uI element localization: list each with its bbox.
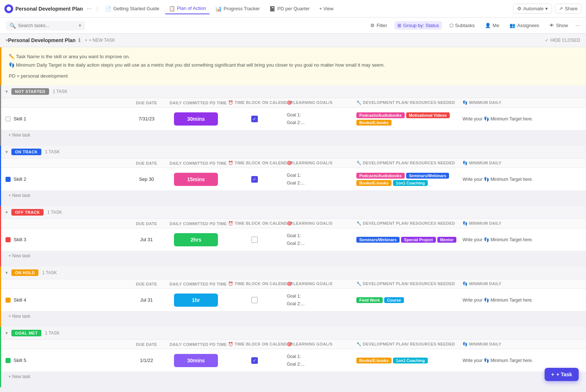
search-input[interactable] [18,23,77,28]
task-name-label[interactable]: Skill 5 [14,358,26,363]
automate-btn[interactable]: ⚙ Automate ▾ [513,4,552,14]
show-btn[interactable]: 👁 Show [546,21,571,30]
groups-container: ▾ NOT STARTED 1 TASK DUE DATE DAILY COMM… [0,85,586,387]
project-menu-dots[interactable]: ··· [85,5,93,12]
task-name-cell: Skill 3 [5,237,126,242]
resources-cell: Books/E-books1on1 Coaching [353,358,460,363]
share-btn[interactable]: ↗ Share [555,4,582,14]
task-row: Skill 2 Sep 30 15mins Goal 1: Goal 2:...… [1,168,586,191]
calendar-checkbox[interactable] [251,236,258,243]
group-toggle-off-track[interactable]: ▾ [5,210,8,215]
tab-pd-per-quarter[interactable]: 📓 PD per Quarter [266,4,313,14]
goal-line1: Goal 1: [287,232,351,239]
info-icon[interactable]: ℹ [78,37,80,43]
group-off-track: ▾ OFF TRACK 1 TASK DUE DATE DAILY COMMIT… [0,206,586,266]
info-banner: ✏️ Task Name is the skill or area you wa… [0,47,586,85]
task-count-not-started: 1 TASK [53,89,67,94]
goal-cell: Goal 1: Goal 2:... [284,111,353,126]
plus-icon: + [85,38,87,43]
assignees-btn[interactable]: 👥 Assignees [507,21,542,30]
group-toggle-goal-met[interactable]: ▾ [5,331,8,336]
due-date-cell: 1/1/22 [126,358,167,363]
col-development: 🔧 DEVELOPMENT PLAN/ RESOURCES NEEDED [353,281,460,286]
progress-tracker-icon: 📊 [215,6,222,12]
new-task-row-goal-met[interactable]: + New task [1,372,586,381]
col-due-date: DUE DATE [126,161,167,165]
calendar-checkbox[interactable] [251,297,258,303]
task-status-icon[interactable] [5,298,11,303]
fab-plus-icon: + [551,372,554,377]
more-options-icon[interactable]: ··· [575,22,580,29]
col-minimum: 👣 MINIMUM DAILY [460,161,533,165]
new-task-top-btn[interactable]: + + NEW TASK [85,38,115,43]
group-spacer [1,321,586,327]
col-learning: 🎯 LEARNING GOAL/S [284,161,353,165]
resource-tag: Books/E-books [356,358,392,363]
col-minimum: 👣 MINIMUM DAILY [460,221,533,226]
new-task-row-on-track[interactable]: + New task [1,191,586,200]
task-name-label[interactable]: Skill 2 [14,176,26,182]
group-toggle-on-hold[interactable]: ▾ [5,270,8,275]
group-toggle-on-track[interactable]: ▾ [5,149,8,154]
task-name-label[interactable]: Skill 3 [14,237,26,242]
time-pill: 30mins [174,354,218,367]
calendar-checkbox[interactable] [251,176,258,183]
task-status-icon[interactable] [5,237,11,242]
new-task-row-off-track[interactable]: + New task [1,251,586,261]
goal-cell: Goal 1: Goal 2:... [284,353,353,368]
group-toggle-not-started[interactable]: ▾ [5,89,8,94]
col-development: 🔧 DEVELOPMENT PLAN/ RESOURCES NEEDED [353,221,460,226]
calendar-cell [225,236,284,243]
search-input-wrap[interactable]: 🔍 ▾ [6,21,85,30]
hide-closed-btn[interactable]: ✓ HIDE CLOSED [545,38,580,43]
daily-time-cell: 30mins [167,112,225,126]
new-task-row-on-hold[interactable]: + New task [1,311,586,321]
resource-tag: Special Project [401,237,436,243]
task-status-icon[interactable] [5,177,11,182]
col-daily-pd: DAILY COMMITTED PD TIME [167,282,225,286]
add-task-fab[interactable]: + + Task [545,368,579,381]
column-headers: DUE DATE DAILY COMMITTED PD TIME ⏰ TIME … [1,279,586,289]
minimum-cell: Write your 👣 Minimum Target here. [460,177,582,182]
task-status-icon[interactable] [5,358,11,363]
task-name-label[interactable]: Skill 1 [14,116,26,122]
me-btn[interactable]: 👤 Me [482,21,502,30]
tab-progress-tracker[interactable]: 📊 Progress Tracker [212,4,263,14]
col-learning: 🎯 LEARNING GOAL/S [284,342,353,347]
filter-icon: ⚙ [370,23,375,28]
filter-btn[interactable]: ⚙ Filter [367,21,390,30]
resources-cell: Podcasts/AudiobooksMotivational VideosBo… [353,112,460,126]
group-not-started: ▾ NOT STARTED 1 TASK DUE DATE DAILY COMM… [0,85,586,146]
col-learning: 🎯 LEARNING GOAL/S [284,221,353,226]
goal-line2: Goal 2:... [287,179,351,187]
goal-line1: Goal 1: [287,292,351,300]
group-header-not-started: ▾ NOT STARTED 1 TASK [1,85,586,98]
group-header-off-track: ▾ OFF TRACK 1 TASK [1,206,586,219]
group-by-btn[interactable]: ⊞ Group by: Status [394,21,442,30]
app-icon [4,4,13,13]
task-name-label[interactable]: Skill 4 [14,297,26,303]
status-badge-on-hold: ON HOLD [11,269,38,276]
calendar-cell [225,297,284,303]
task-status-icon[interactable] [5,116,11,122]
time-pill: 1hr [174,294,218,307]
col-due-date: DUE DATE [126,342,167,347]
resource-tag: 1on1 Coaching [393,358,428,363]
task-row: Skill 1 7/31/23 30mins Goal 1: Goal 2:..… [1,108,586,130]
new-task-row-not-started[interactable]: + New task [1,130,586,140]
col-learning: 🎯 LEARNING GOAL/S [284,100,353,105]
tab-getting-started[interactable]: 📄 Getting Started Guide [101,4,163,14]
col-due-date: DUE DATE [126,282,167,286]
column-headers: DUE DATE DAILY COMMITTED PD TIME ⏰ TIME … [1,158,586,168]
column-headers: DUE DATE DAILY COMMITTED PD TIME ⏰ TIME … [1,98,586,108]
col-daily-pd: DAILY COMMITTED PD TIME [167,221,225,226]
calendar-checkbox[interactable] [251,116,258,122]
tab-plan-of-action[interactable]: 📋 Plan of Action [165,3,210,14]
col-time-block: ⏰ TIME BLOCK ON CALENDAR [225,221,284,226]
task-name-cell: Skill 4 [5,297,126,303]
add-view-btn[interactable]: + View [316,4,337,13]
minimum-cell: Write your 👣 Minimum Target here. [460,358,582,363]
subtasks-btn[interactable]: ⬡ Subtasks [446,21,478,30]
calendar-checkbox[interactable] [251,357,258,364]
calendar-cell [225,176,284,183]
